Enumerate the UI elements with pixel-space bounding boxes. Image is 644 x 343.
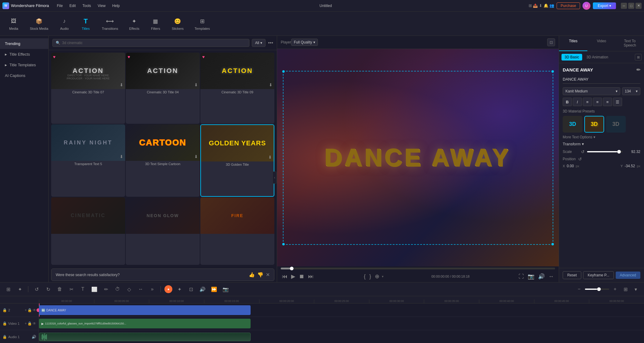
text-button[interactable]: T — [78, 285, 87, 294]
playhead-thumb[interactable] — [290, 267, 294, 270]
position-reset-button[interactable]: ↺ — [578, 157, 582, 161]
clip-dance-away[interactable]: 🔤 DANCE AWAY — [39, 305, 251, 315]
export-button[interactable]: Export ▾ — [593, 2, 616, 9]
toolbar-audio[interactable]: ♪ Audio — [57, 16, 72, 32]
title-text-input[interactable]: DANCE AWAY — [563, 75, 640, 84]
redo-button[interactable]: ↻ — [44, 285, 53, 294]
preset-3d-gray[interactable]: 3D — [606, 116, 626, 133]
more-options-button[interactable]: ••• — [268, 40, 273, 46]
edit-title-icon[interactable]: ✏ — [636, 67, 640, 73]
panel-expand-icon[interactable]: ⊞ — [635, 54, 642, 61]
clip-video-main[interactable]: ▶ 1115318_colorful_glasses_sun_import627… — [39, 319, 251, 328]
add-to-timeline-button[interactable]: ⊕ — [374, 272, 381, 280]
search-input-container[interactable]: 🔍 3d cinematic — [52, 39, 249, 47]
card-transparent-text-5[interactable]: RAINY NIGHT ⬇ Transparent Text 5 — [51, 124, 125, 197]
magnet-button[interactable]: ✦ — [15, 285, 24, 294]
font-size-input[interactable]: 134 ▾ — [622, 87, 640, 95]
record-button[interactable]: ● — [164, 285, 172, 293]
card-dark-2[interactable]: NEON GLOW — [126, 197, 200, 265]
more-tools-button[interactable]: » — [148, 285, 157, 294]
clip-audio-main[interactable] — [39, 333, 251, 341]
card-cinematic-3d-04[interactable]: ♥ ACTION ⬇ Cinematic 3D Title 04 — [126, 53, 200, 124]
color-grade-button[interactable]: ✦ — [175, 285, 184, 294]
menu-tools[interactable]: Tools — [79, 2, 94, 9]
tab-titles[interactable]: Titles — [559, 36, 587, 51]
audio-mix-button[interactable]: 🔊 — [198, 285, 207, 294]
stabilize-button[interactable]: ⊡ — [186, 285, 195, 294]
clip-manager-button[interactable]: ⊞ — [4, 285, 13, 294]
scale-thumb[interactable] — [617, 150, 621, 154]
card-cinematic-3d-07[interactable]: ♥ ACTION DIRECTOR · YOUR NAME HEREPRODUC… — [51, 53, 125, 124]
align-center-button[interactable]: ≡ — [593, 98, 602, 106]
toolbar-effects[interactable]: ✦ Effects — [127, 16, 142, 32]
download-icon-4[interactable]: ⬇ — [120, 154, 123, 159]
scale-reset-button[interactable]: ↺ — [581, 149, 585, 154]
preset-3d-golden[interactable]: 3D — [584, 116, 604, 133]
card-dark-1[interactable]: CINEMATIC — [51, 197, 125, 265]
card-fire[interactable]: FIRE — [200, 197, 274, 265]
quality-selector[interactable]: Full Quality ▾ — [291, 39, 318, 46]
track-lock-button-v1[interactable]: 🔒 — [27, 321, 32, 326]
toolbar-titles[interactable]: T Titles — [78, 16, 93, 32]
zoom-slider[interactable] — [585, 289, 609, 290]
keyframe-timeline-button[interactable]: ◇ — [125, 285, 134, 294]
toolbar-filters[interactable]: ▦ Filters — [148, 16, 163, 32]
filter-button[interactable]: All ▾ — [252, 39, 266, 47]
track-visibility-button-v2[interactable]: 👁 — [33, 308, 36, 312]
align-justify-button[interactable]: ☰ — [613, 98, 622, 106]
menu-file[interactable]: File — [54, 2, 66, 9]
sidebar-collapse-button[interactable]: ‹ — [273, 172, 277, 184]
subtab-3d-animation[interactable]: 3D Animation — [583, 54, 611, 61]
more-layout-button[interactable]: ▾ — [631, 285, 640, 294]
heart-icon-1[interactable]: ♥ — [53, 54, 55, 59]
paint-button[interactable]: ✏ — [101, 285, 111, 294]
minimize-button[interactable]: ─ — [621, 3, 627, 9]
track-mute-button-a1[interactable]: 🔊 — [32, 335, 36, 339]
toolbar-media[interactable]: 🖼 Media — [6, 16, 21, 32]
mark-out-button[interactable]: } — [368, 273, 372, 280]
toolbar-stickers[interactable]: 😊 Stickers — [169, 16, 186, 32]
bold-button[interactable]: B — [563, 98, 572, 106]
snapshot-button[interactable]: 📷 — [221, 285, 230, 294]
close-button[interactable]: ✕ — [635, 3, 642, 9]
step-forward-button[interactable]: ⏭ — [307, 273, 315, 280]
align-right-button[interactable]: ≡ — [603, 98, 612, 106]
close-satisfaction-button[interactable]: ✕ — [266, 272, 270, 278]
settings-button[interactable]: ↔ — [547, 273, 555, 280]
track-visibility-button-v1[interactable]: 👁 — [33, 321, 36, 326]
more-text-options[interactable]: More Text Options ▾ — [563, 135, 640, 139]
undo-button[interactable]: ↺ — [32, 285, 41, 294]
preset-3d-blue[interactable]: 3D — [563, 116, 582, 133]
maximize-button[interactable]: □ — [628, 3, 634, 9]
tab-video[interactable]: Video — [587, 36, 616, 51]
audio-button[interactable]: 🔊 — [537, 272, 546, 280]
sidebar-item-trending[interactable]: Trending — [0, 38, 48, 49]
card-cinematic-3d-09[interactable]: ♥ ACTION ⬇ Cinematic 3D Title 09 — [200, 53, 274, 124]
purchase-button[interactable]: Purchase — [557, 2, 580, 9]
zoom-thumb[interactable] — [597, 287, 601, 291]
download-icon-3[interactable]: ⬇ — [269, 82, 273, 87]
thumbs-up-button[interactable]: 👍 — [249, 272, 255, 278]
tab-text-to-speech[interactable]: Text To Speech — [616, 36, 644, 51]
subtab-3d-basic[interactable]: 3D Basic — [561, 54, 582, 61]
toolbar-stock-media[interactable]: 📦 Stock Media — [27, 16, 51, 32]
sidebar-item-title-effects[interactable]: ▶ Title Effects — [0, 49, 48, 60]
user-avatar[interactable]: U — [582, 2, 590, 10]
heart-icon-2[interactable]: ♥ — [128, 54, 130, 59]
download-icon-6[interactable]: ⬇ — [268, 155, 272, 160]
mark-in-button[interactable]: { — [363, 273, 367, 280]
advanced-button[interactable]: Advanced — [616, 272, 640, 279]
thumbs-down-button[interactable]: 👎 — [257, 272, 263, 278]
player-timeline[interactable] — [281, 268, 555, 269]
track-lock-button-v2[interactable]: 🔒 — [27, 308, 32, 312]
crop-button[interactable]: ⬜ — [90, 285, 99, 294]
cut-button[interactable]: ✂ — [67, 285, 76, 294]
zoom-out-button[interactable]: − — [575, 285, 584, 294]
align-left-button[interactable]: ≡ — [583, 98, 592, 106]
sidebar-item-ai-captions[interactable]: AI Captions — [0, 70, 48, 81]
stop-button[interactable]: ⏹ — [298, 273, 306, 280]
menu-view[interactable]: View — [95, 2, 109, 9]
delete-button[interactable]: 🗑 — [55, 285, 64, 294]
toolbar-transitions[interactable]: ⟷ Transitions — [100, 16, 121, 32]
reset-button[interactable]: Reset — [563, 271, 581, 279]
